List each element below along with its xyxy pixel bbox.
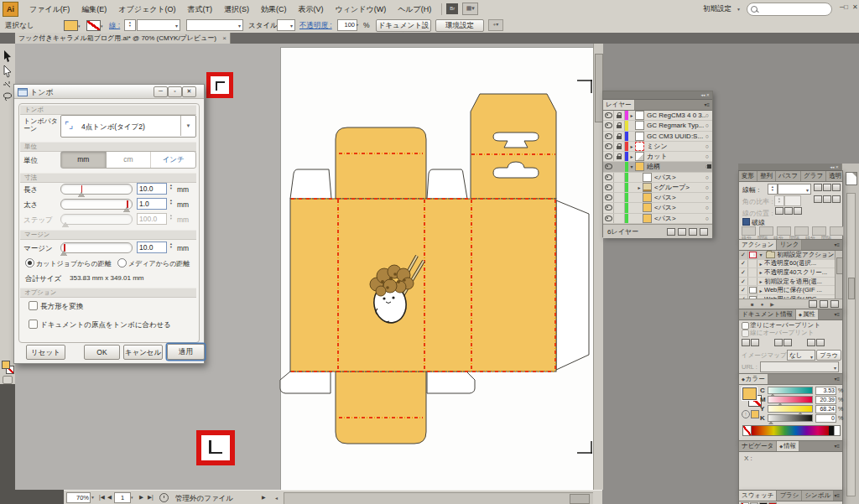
workspace-switcher[interactable]: 初期設定 — [703, 4, 731, 14]
make-mask-button[interactable] — [667, 228, 675, 236]
visibility-eye-icon[interactable] — [603, 173, 614, 182]
layer-name[interactable]: <パス> — [654, 193, 705, 202]
first-page-icon[interactable]: |◀ — [99, 494, 105, 501]
expand-arrow-icon[interactable]: ▸ — [757, 288, 764, 294]
imagemap-select[interactable]: なし — [787, 350, 815, 361]
color-slider-Y[interactable]: Y68.24% — [760, 404, 841, 413]
status-menu-icon[interactable]: ▶ — [262, 494, 266, 500]
checkbox-convert-rectangle-label[interactable]: 長方形を変換 — [40, 302, 83, 312]
expand-arrow-icon[interactable]: ▾ — [757, 252, 764, 257]
expand-arrow-icon[interactable]: ▸ — [628, 143, 635, 149]
pattern-caret-icon[interactable]: ▼ — [180, 116, 195, 136]
width-stepper[interactable]: ▴▾ — [768, 184, 778, 195]
actions-scrollbar[interactable] — [835, 251, 842, 299]
tab-リンク[interactable]: リンク — [777, 240, 802, 250]
overprint-fill-checkbox[interactable] — [742, 322, 749, 330]
web-color-icon[interactable] — [751, 410, 759, 418]
layer-name[interactable]: GC CM3 UUID:S... — [647, 132, 705, 140]
menu-item[interactable]: 選択(S) — [218, 1, 255, 18]
action-name[interactable]: 初期設定を適用(選... — [764, 278, 822, 286]
delete-layer-button[interactable] — [700, 228, 708, 236]
dialog-toggle[interactable] — [748, 260, 757, 268]
tab-シンボル[interactable]: シンボル — [802, 491, 834, 501]
layer-row[interactable]: <パス>○ — [603, 203, 712, 213]
zoom-level[interactable]: 70% — [66, 492, 91, 503]
prev-page-icon[interactable]: ◀ — [107, 494, 112, 501]
expand-arrow-icon[interactable]: ▸ — [628, 112, 635, 118]
tab-ブラシ[interactable]: ブラシ — [777, 491, 802, 501]
target-circle-icon[interactable]: ○ — [705, 184, 709, 190]
target-circle-icon[interactable]: ○ — [705, 174, 709, 180]
maximize-button[interactable]: □ — [844, 3, 848, 11]
lock-toggle[interactable] — [614, 183, 625, 192]
dialog-titlebar[interactable]: トンボ ─ ▫ ✕ — [14, 85, 204, 99]
dashed-line-checkbox[interactable] — [742, 218, 750, 226]
layer-row[interactable]: <パス>○ — [603, 214, 712, 224]
new-sublayer-button[interactable] — [678, 228, 686, 236]
visibility-eye-icon[interactable] — [603, 203, 614, 212]
weight-input[interactable]: 1.0 — [137, 198, 167, 210]
page-caret-icon[interactable]: ▾ — [131, 495, 133, 500]
action-name[interactable]: 不透明度40スクリー... — [764, 268, 827, 277]
lock-toggle[interactable] — [614, 203, 625, 212]
visibility-eye-icon[interactable] — [603, 121, 614, 130]
layer-row[interactable]: ▸<グループ>○ — [603, 183, 712, 193]
visibility-eye-icon[interactable] — [603, 132, 614, 141]
expand-arrow-icon[interactable]: ▾ — [628, 164, 635, 169]
layer-name[interactable]: <グループ> — [654, 183, 705, 192]
panel-menu-icon[interactable]: ▾≡ — [834, 441, 842, 451]
weight-slider[interactable] — [60, 199, 133, 210]
visibility-eye-icon[interactable] — [603, 111, 614, 120]
action-check-icon[interactable]: ✓ — [739, 295, 748, 299]
action-check-icon[interactable]: ✓ — [739, 268, 748, 277]
bridge-icon[interactable]: Br — [446, 3, 458, 14]
new-action-button[interactable] — [820, 300, 828, 308]
tab-整列[interactable]: 整列 — [757, 171, 776, 181]
action-check-icon[interactable]: ✓ — [739, 260, 748, 268]
action-check-icon[interactable]: ✓ — [739, 251, 748, 259]
dialog-toggle[interactable] — [748, 295, 757, 299]
arrange-documents-icon[interactable]: ▦▾ — [462, 3, 478, 15]
panel-menu-icon[interactable]: ▾≡ — [834, 309, 842, 320]
toolbar-fill-swatch[interactable] — [2, 361, 10, 369]
action-name[interactable]: 不透明度60(選択... — [764, 259, 816, 268]
expand-arrow-icon[interactable]: ▸ — [757, 261, 764, 267]
lock-toggle[interactable] — [614, 152, 625, 161]
zoom-caret-icon[interactable]: ▼ — [91, 495, 95, 500]
visibility-eye-icon[interactable] — [603, 214, 614, 223]
stop-icon[interactable]: ■ — [751, 302, 754, 307]
fill-color-swatch[interactable] — [64, 20, 78, 31]
page-number-input[interactable]: 1 — [114, 492, 131, 503]
margin-input[interactable]: 10.0 — [137, 242, 167, 253]
target-circle-icon[interactable]: ○ — [705, 195, 709, 200]
stroke-width-select[interactable] — [137, 19, 180, 31]
color-spectrum[interactable] — [742, 425, 841, 436]
menu-item[interactable]: ヘルプ(H) — [392, 1, 437, 18]
attribute-icons[interactable] — [742, 339, 840, 346]
menu-item[interactable]: 表示(V) — [293, 1, 330, 18]
menu-item[interactable]: ファイル(F) — [23, 1, 75, 18]
length-stepper[interactable]: ▴▾ — [168, 184, 174, 190]
dieline-artwork[interactable] — [277, 44, 596, 490]
menu-item[interactable]: ウィンドウ(W) — [330, 1, 393, 18]
layer-name[interactable]: <パス> — [654, 214, 705, 223]
action-row[interactable]: ✓▸Web用に保存(GIF ... — [739, 286, 842, 295]
action-name[interactable]: 初期設定アクション — [777, 251, 834, 259]
stroke-color-swatch[interactable] — [86, 20, 101, 31]
visibility-eye-icon[interactable] — [603, 152, 614, 161]
dialog-toggle[interactable] — [748, 268, 757, 277]
target-circle-icon[interactable]: ○ — [705, 153, 709, 159]
dock-header[interactable]: ◂◂ ✕ — [738, 164, 841, 171]
tab-透明[interactable]: 透明 — [826, 171, 842, 181]
tab-close-icon[interactable]: × — [222, 34, 226, 42]
layer-name[interactable]: カット — [647, 152, 705, 161]
tab-情報[interactable]: 情報 — [777, 441, 799, 451]
action-check-icon[interactable]: ✓ — [739, 278, 748, 286]
align-stroke-buttons[interactable] — [774, 207, 802, 215]
channel-value[interactable]: 20.39 — [815, 396, 836, 404]
tab-レイヤー[interactable]: レイヤー — [603, 100, 635, 110]
checkbox-align-origin-label[interactable]: ドキュメントの原点をトンボに合わせる — [40, 320, 171, 330]
weight-stepper[interactable]: ▴▾ — [168, 199, 174, 205]
layer-row[interactable]: GC Regmark Typ...○ — [603, 121, 712, 131]
layer-row[interactable]: <パス>○ — [603, 193, 712, 203]
